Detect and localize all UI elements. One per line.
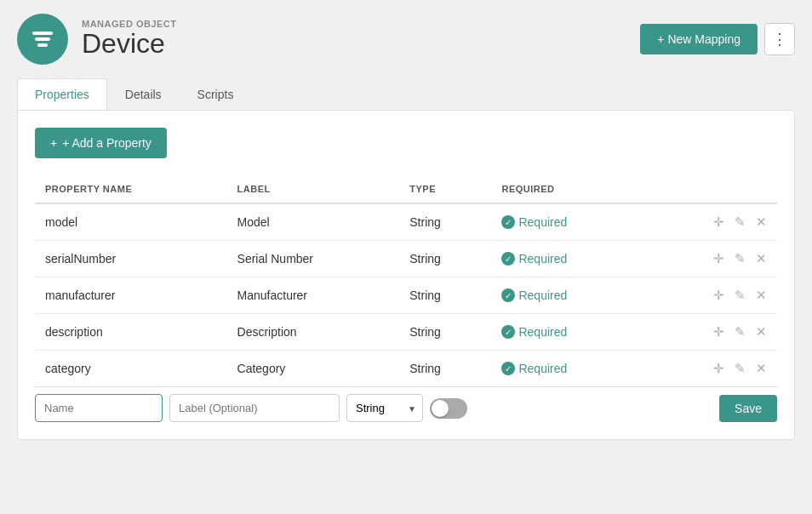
edit-icon[interactable]: ✎ bbox=[735, 324, 746, 340]
drag-icon[interactable]: ✛ bbox=[713, 324, 724, 340]
new-row-form: String Number Boolean Date ▼ Save bbox=[35, 386, 777, 422]
header-title-group: MANAGED OBJECT Device bbox=[82, 19, 177, 59]
edit-icon[interactable]: ✎ bbox=[735, 214, 746, 230]
delete-icon[interactable]: ✕ bbox=[756, 251, 767, 266]
table-header-row: PROPERTY NAME LABEL TYPE REQUIRED bbox=[35, 175, 777, 203]
col-actions bbox=[645, 175, 777, 203]
cell-property-name: description bbox=[35, 314, 227, 351]
main-content: Properties Details Scripts + + Add a Pro… bbox=[0, 78, 812, 457]
properties-table: PROPERTY NAME LABEL TYPE REQUIRED model … bbox=[35, 175, 777, 386]
cell-property-name: manufacturer bbox=[35, 277, 227, 314]
delete-icon[interactable]: ✕ bbox=[756, 324, 767, 340]
check-icon: ✓ bbox=[501, 362, 515, 375]
cell-required: ✓ Required bbox=[491, 241, 644, 277]
check-icon: ✓ bbox=[501, 252, 515, 266]
header-left: MANAGED OBJECT Device bbox=[17, 14, 177, 65]
check-icon: ✓ bbox=[501, 288, 515, 302]
edit-icon[interactable]: ✎ bbox=[735, 251, 746, 266]
table-row: manufacturer Manufacturer String ✓ Requi… bbox=[35, 277, 777, 314]
properties-panel: + + Add a Property PROPERTY NAME LABEL T… bbox=[17, 110, 795, 440]
toggle-thumb bbox=[432, 400, 449, 417]
cell-property-name: category bbox=[35, 351, 227, 387]
name-input[interactable] bbox=[35, 394, 163, 422]
more-options-button[interactable]: ⋮ bbox=[764, 23, 795, 55]
cell-property-name: serialNumber bbox=[35, 241, 227, 277]
delete-icon[interactable]: ✕ bbox=[756, 288, 767, 303]
drag-icon[interactable]: ✛ bbox=[713, 361, 724, 376]
required-text: Required bbox=[518, 362, 567, 375]
new-mapping-button[interactable]: + New Mapping bbox=[640, 24, 758, 54]
drag-icon[interactable]: ✛ bbox=[713, 251, 724, 266]
table-row: model Model String ✓ Required ✛ ✎ ✕ bbox=[35, 203, 777, 241]
cell-label: Manufacturer bbox=[227, 277, 400, 314]
toggle-track bbox=[430, 398, 467, 419]
tab-details[interactable]: Details bbox=[107, 78, 180, 110]
stack-icon bbox=[32, 31, 53, 47]
type-select-wrapper: String Number Boolean Date ▼ bbox=[346, 394, 423, 422]
cell-actions: ✛ ✎ ✕ bbox=[645, 241, 777, 277]
check-icon: ✓ bbox=[501, 325, 515, 339]
more-icon: ⋮ bbox=[772, 30, 787, 49]
required-toggle[interactable] bbox=[430, 398, 467, 419]
cell-label: Category bbox=[227, 351, 400, 387]
required-text: Required bbox=[518, 325, 567, 339]
cell-property-name: model bbox=[35, 203, 227, 241]
page-title: Device bbox=[82, 29, 177, 59]
cell-type: String bbox=[399, 314, 491, 351]
tabs: Properties Details Scripts bbox=[17, 78, 795, 110]
cell-label: Description bbox=[227, 314, 400, 351]
cell-required: ✓ Required bbox=[491, 203, 644, 241]
col-label: LABEL bbox=[227, 175, 400, 203]
add-property-button[interactable]: + + Add a Property bbox=[35, 128, 167, 158]
delete-icon[interactable]: ✕ bbox=[756, 214, 767, 230]
col-property-name: PROPERTY NAME bbox=[35, 175, 227, 203]
edit-icon[interactable]: ✎ bbox=[735, 288, 746, 303]
label-input[interactable] bbox=[169, 394, 340, 422]
tab-properties[interactable]: Properties bbox=[17, 78, 107, 110]
logo-circle bbox=[17, 14, 68, 65]
header-actions: + New Mapping ⋮ bbox=[640, 23, 795, 55]
cell-actions: ✛ ✎ ✕ bbox=[645, 203, 777, 241]
required-text: Required bbox=[518, 288, 567, 302]
cell-type: String bbox=[399, 351, 491, 387]
cell-type: String bbox=[399, 277, 491, 314]
cell-actions: ✛ ✎ ✕ bbox=[645, 351, 777, 387]
edit-icon[interactable]: ✎ bbox=[735, 361, 746, 376]
add-property-label: + Add a Property bbox=[62, 136, 152, 150]
cell-type: String bbox=[399, 203, 491, 241]
col-type: TYPE bbox=[399, 175, 491, 203]
cell-actions: ✛ ✎ ✕ bbox=[645, 277, 777, 314]
cell-required: ✓ Required bbox=[491, 351, 644, 387]
cell-required: ✓ Required bbox=[491, 314, 644, 351]
required-text: Required bbox=[518, 252, 567, 266]
cell-type: String bbox=[399, 241, 491, 277]
table-row: description Description String ✓ Require… bbox=[35, 314, 777, 351]
drag-icon[interactable]: ✛ bbox=[713, 214, 724, 230]
save-button[interactable]: Save bbox=[719, 395, 777, 422]
type-select[interactable]: String Number Boolean Date bbox=[346, 394, 423, 422]
tab-scripts[interactable]: Scripts bbox=[180, 78, 252, 110]
cell-actions: ✛ ✎ ✕ bbox=[645, 314, 777, 351]
table-row: serialNumber Serial Number String ✓ Requ… bbox=[35, 241, 777, 277]
col-required: REQUIRED bbox=[491, 175, 644, 203]
table-row: category Category String ✓ Required ✛ ✎ … bbox=[35, 351, 777, 387]
header: MANAGED OBJECT Device + New Mapping ⋮ bbox=[0, 0, 812, 78]
drag-icon[interactable]: ✛ bbox=[713, 288, 724, 303]
cell-required: ✓ Required bbox=[491, 277, 644, 314]
delete-icon[interactable]: ✕ bbox=[756, 361, 767, 376]
plus-icon: + bbox=[50, 136, 57, 150]
cell-label: Model bbox=[227, 203, 400, 241]
check-icon: ✓ bbox=[501, 215, 515, 229]
required-text: Required bbox=[518, 215, 567, 229]
cell-label: Serial Number bbox=[227, 241, 400, 277]
